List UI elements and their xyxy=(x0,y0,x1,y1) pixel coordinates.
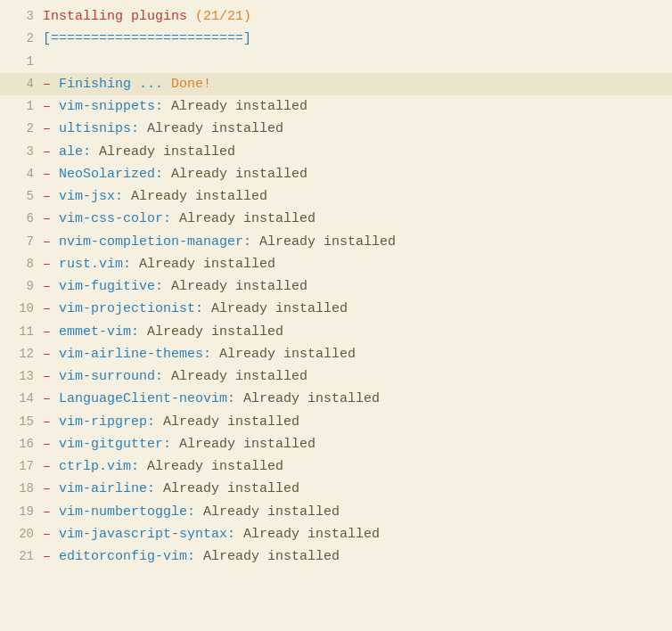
list-item: 12 – vim-airline-themes: Already install… xyxy=(0,343,672,365)
progress-count: (21/21) xyxy=(195,9,251,24)
plugin-name: vim-airline-themes: xyxy=(59,347,211,362)
dash-symbol: – xyxy=(43,504,59,520)
dash-symbol: – xyxy=(43,391,59,406)
line-number: 14 xyxy=(7,389,34,409)
list-item: 11 – emmet-vim: Already installed xyxy=(0,321,672,343)
plugin-status: Already installed xyxy=(155,414,299,430)
list-item: 9 – vim-fugitive: Already installed xyxy=(0,275,672,298)
line-number: 4 xyxy=(7,75,34,94)
line-content: – ale: Already installed xyxy=(43,142,665,162)
list-item: 2 – ultisnips: Already installed xyxy=(0,118,672,140)
dash-symbol: – xyxy=(43,437,59,452)
line-number: 6 xyxy=(7,209,34,229)
plugin-name: vim-jsx: xyxy=(59,189,123,204)
line-content: – rust.vim: Already installed xyxy=(43,254,665,275)
line-number: 2 xyxy=(7,29,34,49)
list-item: 16 – vim-gitgutter: Already installed xyxy=(0,433,672,455)
dash-symbol: – xyxy=(43,211,59,226)
plugin-name: nvim-completion-manager: xyxy=(59,234,251,250)
line-number: 1 xyxy=(7,97,34,117)
list-item: 19 – vim-numbertoggle: Already installed xyxy=(0,501,672,523)
plugin-name: vim-projectionist: xyxy=(59,301,203,316)
line-content: – nvim-completion-manager: Already insta… xyxy=(43,232,665,252)
line-finishing: 4 – Finishing ... Done! xyxy=(0,73,672,95)
plugin-status: Already installed xyxy=(235,527,380,542)
dash-symbol: – xyxy=(43,279,59,294)
plugin-status: Already installed xyxy=(195,549,340,564)
line-content: – Finishing ... Done! xyxy=(43,74,665,94)
installing-label: Installing plugins xyxy=(43,9,195,24)
line-installing-header: 3 Installing plugins (21/21) xyxy=(0,5,672,28)
done-text: Done! xyxy=(171,77,211,92)
plugin-status: Already installed xyxy=(171,437,316,452)
plugin-name: LanguageClient-neovim: xyxy=(59,391,235,406)
list-item: 8 – rust.vim: Already installed xyxy=(0,253,672,275)
progress-bar-visual: [========================] xyxy=(43,31,251,46)
dash-symbol: – xyxy=(43,167,59,182)
plugin-status: Already installed xyxy=(163,99,307,114)
plugin-name: vim-numbertoggle: xyxy=(59,504,195,520)
dash-symbol: – xyxy=(43,144,59,160)
plugin-name: ctrlp.vim: xyxy=(59,459,139,474)
dash-symbol: – xyxy=(43,121,59,136)
list-item: 4 – NeoSolarized: Already installed xyxy=(0,163,672,185)
line-number: 1 xyxy=(7,53,34,72)
dash-symbol: – xyxy=(43,77,59,92)
plugin-name: vim-gitgutter: xyxy=(59,437,171,452)
plugin-status: Already installed xyxy=(139,324,283,340)
line-content: – ultisnips: Already installed xyxy=(43,119,665,139)
line-content: – vim-numbertoggle: Already installed xyxy=(43,502,665,522)
line-number: 16 xyxy=(7,435,34,455)
line-number: 4 xyxy=(7,165,34,184)
line-content: – vim-gitgutter: Already installed xyxy=(43,434,665,455)
plugin-status: Already installed xyxy=(123,189,267,204)
plugin-status: Already installed xyxy=(163,279,307,294)
list-item: 5 – vim-jsx: Already installed xyxy=(0,185,672,208)
plugin-status: Already installed xyxy=(139,459,283,474)
plugin-status: Already installed xyxy=(235,391,380,406)
line-content: – ctrlp.vim: Already installed xyxy=(43,456,665,477)
line-number: 20 xyxy=(7,525,34,545)
dash-symbol: – xyxy=(43,369,59,384)
line-content: – NeoSolarized: Already installed xyxy=(43,164,665,184)
line-number: 15 xyxy=(7,413,34,432)
list-item: 7 – nvim-completion-manager: Already ins… xyxy=(0,231,672,253)
list-item: 18 – vim-airline: Already installed xyxy=(0,478,672,500)
plugin-name: vim-airline: xyxy=(59,481,155,496)
dash-symbol: – xyxy=(43,99,59,114)
line-content: Installing plugins (21/21) xyxy=(43,6,665,27)
list-item: 6 – vim-css-color: Already installed xyxy=(0,208,672,230)
plugin-name: vim-css-color: xyxy=(59,211,171,226)
list-item: 20 – vim-javascript-syntax: Already inst… xyxy=(0,523,672,545)
plugin-status: Already installed xyxy=(251,234,396,250)
line-content: – vim-airline: Already installed xyxy=(43,479,665,499)
plugin-status: Already installed xyxy=(131,257,275,272)
line-content: – vim-ripgrep: Already installed xyxy=(43,412,665,432)
dash-symbol: – xyxy=(43,481,59,496)
dash-symbol: – xyxy=(43,301,59,316)
line-content: – vim-airline-themes: Already installed xyxy=(43,344,665,365)
plugin-name: NeoSolarized: xyxy=(59,167,163,182)
list-item: 10 – vim-projectionist: Already installe… xyxy=(0,298,672,320)
line-number: 12 xyxy=(7,345,34,365)
dash-symbol: – xyxy=(43,257,59,272)
list-item: 17 – ctrlp.vim: Already installed xyxy=(0,455,672,478)
plugin-status: Already installed xyxy=(211,347,356,362)
dash-symbol: – xyxy=(43,189,59,204)
plugin-status: Already installed xyxy=(203,301,348,316)
plugin-status: Already installed xyxy=(171,211,316,226)
line-content xyxy=(43,52,665,72)
line-number: 9 xyxy=(7,277,34,297)
plugin-status: Already installed xyxy=(139,121,283,136)
terminal-output: 3 Installing plugins (21/21) 2 [========… xyxy=(0,0,672,573)
dash-symbol: – xyxy=(43,527,59,542)
line-empty: 1 xyxy=(0,51,672,73)
line-number: 3 xyxy=(7,143,34,162)
line-number: 10 xyxy=(7,299,34,319)
list-item: 14 – LanguageClient-neovim: Already inst… xyxy=(0,388,672,410)
plugin-name: editorconfig-vim: xyxy=(59,549,195,564)
line-number: 21 xyxy=(7,547,34,567)
line-content: – vim-javascript-syntax: Already install… xyxy=(43,524,665,545)
plugin-status: Already installed xyxy=(195,504,340,520)
line-content: – vim-jsx: Already installed xyxy=(43,186,665,207)
